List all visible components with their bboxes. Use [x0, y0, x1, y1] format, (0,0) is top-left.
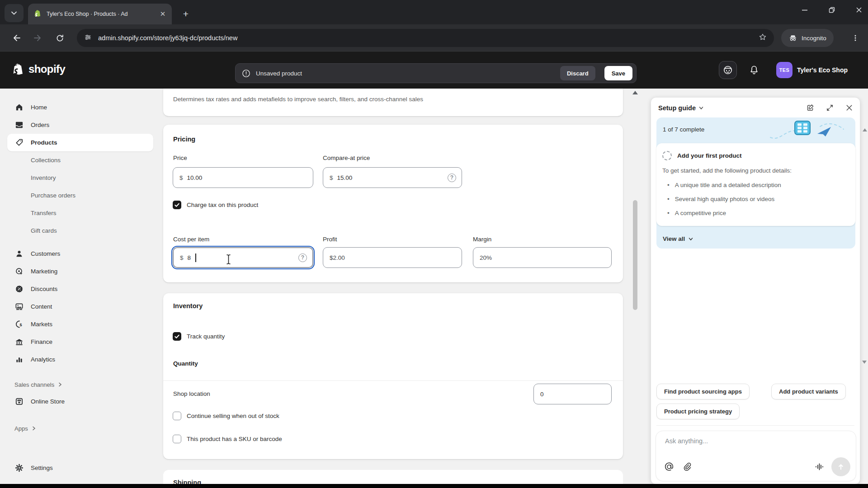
continue-selling-checkbox-row[interactable]: Continue selling when out of stock: [173, 412, 279, 420]
tab-title: Tyler's Eco Shop · Products · Ad: [47, 11, 154, 17]
browser-tab[interactable]: Tyler's Eco Shop · Products · Ad ✕: [28, 4, 172, 24]
help-icon[interactable]: ?: [448, 174, 456, 182]
browser-tabstrip: Tyler's Eco Shop · Products · Ad ✕ +: [0, 0, 868, 24]
step-bullet: •Several high quality photos or videos: [667, 196, 774, 202]
setup-guide-title-text: Setup guide: [658, 104, 696, 112]
window-close-icon[interactable]: [855, 6, 863, 14]
margin-input[interactable]: 20%: [473, 247, 612, 268]
sidebar-item-products[interactable]: Products: [7, 134, 153, 151]
sales-channels-header[interactable]: Sales channels: [0, 376, 160, 393]
voice-icon[interactable]: [814, 462, 824, 474]
compare-at-price-input[interactable]: $ 15.00 ?: [323, 167, 462, 188]
setup-step-card[interactable]: Add your first product To get started, a…: [656, 143, 855, 226]
sidebar-item-purchase-orders[interactable]: Purchase orders: [0, 187, 160, 204]
apps-header[interactable]: Apps: [0, 420, 160, 436]
main-scrollbar-thumb[interactable]: [633, 200, 637, 310]
sidebar-item-label: Discounts: [31, 286, 57, 292]
chip-pricing-strategy[interactable]: Product pricing strategy: [656, 404, 740, 419]
sidebar-item-label: Gift cards: [31, 227, 57, 234]
step-bullet: •A unique title and a detailed descripti…: [667, 182, 781, 188]
sidebar-item-home[interactable]: Home: [0, 99, 160, 116]
sidebar-item-settings[interactable]: Settings: [0, 459, 160, 477]
forward-icon[interactable]: [32, 32, 44, 44]
sidebar-item-collections[interactable]: Collections: [0, 151, 160, 169]
sku-checkbox-row[interactable]: This product has a SKU or barcode: [173, 435, 282, 443]
sidebar-item-content[interactable]: Content: [0, 298, 160, 315]
quantity-input[interactable]: 0: [533, 384, 612, 404]
sidebar-item-analytics[interactable]: Analytics: [0, 351, 160, 368]
sidebar-item-markets[interactable]: $ Markets: [0, 315, 160, 333]
track-quantity-checkbox-row[interactable]: Track quantity: [173, 332, 225, 341]
help-icon[interactable]: ?: [298, 253, 307, 262]
open-in-new-icon[interactable]: [806, 103, 815, 114]
chip-add-variants[interactable]: Add product variants: [771, 384, 846, 399]
price-input[interactable]: $ 10.00: [173, 167, 313, 188]
check-icon: [174, 202, 180, 208]
cost-per-item-label: Cost per item: [173, 236, 209, 243]
charge-tax-checkbox-row[interactable]: Charge tax on this product: [173, 201, 258, 209]
tab-search-button[interactable]: [5, 4, 24, 22]
step-incomplete-circle-icon[interactable]: [662, 151, 672, 160]
panel-scrollbar-down-arrow[interactable]: [862, 361, 867, 364]
url-bar[interactable]: admin.shopify.com/store/jy63jq-dc/produc…: [77, 29, 774, 47]
inventory-card: Inventory Track quantity Quantity Shop l…: [163, 293, 623, 459]
divider: [656, 425, 854, 426]
arrow-up-icon: [837, 463, 845, 471]
tab-close-icon[interactable]: ✕: [158, 9, 167, 19]
sidebar-item-orders[interactable]: Orders: [0, 116, 160, 134]
sidebar-item-transfers[interactable]: Transfers: [0, 204, 160, 222]
mention-icon[interactable]: [664, 462, 674, 474]
sidebar-item-marketing[interactable]: Marketing: [0, 263, 160, 280]
scrollbar-up-arrow[interactable]: [632, 91, 638, 94]
attachment-icon[interactable]: [682, 462, 692, 474]
shopify-wordmark: shopify: [28, 63, 65, 75]
expand-icon[interactable]: [826, 103, 834, 114]
chip-find-sourcing-apps[interactable]: Find product sourcing apps: [656, 384, 750, 399]
sidebar-item-label: Customers: [31, 250, 60, 257]
sales-channels-label: Sales channels: [14, 381, 54, 388]
sku-checkbox[interactable]: [173, 435, 181, 443]
save-button[interactable]: Save: [604, 66, 632, 80]
panel-scrollbar-up-arrow[interactable]: [863, 128, 867, 131]
charge-tax-checkbox[interactable]: [173, 201, 181, 209]
url-text[interactable]: admin.shopify.com/store/jy63jq-dc/produc…: [98, 34, 752, 42]
window-restore-icon[interactable]: [828, 6, 835, 14]
track-quantity-checkbox[interactable]: [173, 332, 181, 341]
sidebar-item-finance[interactable]: Finance: [0, 333, 160, 351]
shop-name: Tyler's Eco Shop: [797, 66, 848, 74]
shop-account-chip[interactable]: TES Tyler's Eco Shop: [776, 62, 848, 78]
back-icon[interactable]: [10, 32, 23, 44]
unsaved-status-bar: Unsaved product Discard Save: [235, 63, 637, 83]
discard-button[interactable]: Discard: [560, 66, 595, 80]
sidekick-button[interactable]: [719, 61, 737, 79]
notifications-bell-icon[interactable]: [749, 65, 760, 77]
new-tab-button[interactable]: +: [179, 7, 193, 21]
close-icon[interactable]: [845, 103, 854, 114]
sidebar-item-label: Online Store: [31, 398, 65, 405]
alert-circle-icon: [242, 69, 250, 78]
step-title: Add your first product: [677, 152, 742, 159]
window-minimize-icon[interactable]: [801, 6, 808, 14]
shopify-logo[interactable]: shopify: [13, 62, 65, 76]
bullet-text: A competitive price: [675, 210, 726, 216]
bookmark-star-icon[interactable]: [759, 33, 767, 43]
view-all-button[interactable]: View all: [663, 235, 693, 242]
discount-icon: [14, 285, 24, 294]
profit-input[interactable]: $2.00: [323, 247, 462, 268]
reload-icon[interactable]: [53, 32, 66, 44]
ask-input[interactable]: [665, 437, 837, 445]
sidebar-item-gift-cards[interactable]: Gift cards: [0, 222, 160, 239]
sidebar-item-online-store[interactable]: Online Store: [0, 393, 160, 410]
cost-per-item-input[interactable]: $ 8 ?: [173, 247, 313, 268]
sidebar-item-inventory[interactable]: Inventory: [0, 169, 160, 187]
send-button[interactable]: [831, 457, 850, 476]
setup-guide-title[interactable]: Setup guide: [658, 104, 704, 112]
mouse-text-cursor: [225, 254, 232, 267]
continue-selling-checkbox[interactable]: [173, 412, 181, 420]
browser-menu-icon[interactable]: [849, 32, 862, 44]
step-bullet: •A competitive price: [667, 210, 726, 216]
person-icon: [14, 249, 24, 258]
site-info-icon[interactable]: [84, 33, 92, 43]
sidebar-item-customers[interactable]: Customers: [0, 245, 160, 263]
sidebar-item-discounts[interactable]: Discounts: [0, 280, 160, 298]
